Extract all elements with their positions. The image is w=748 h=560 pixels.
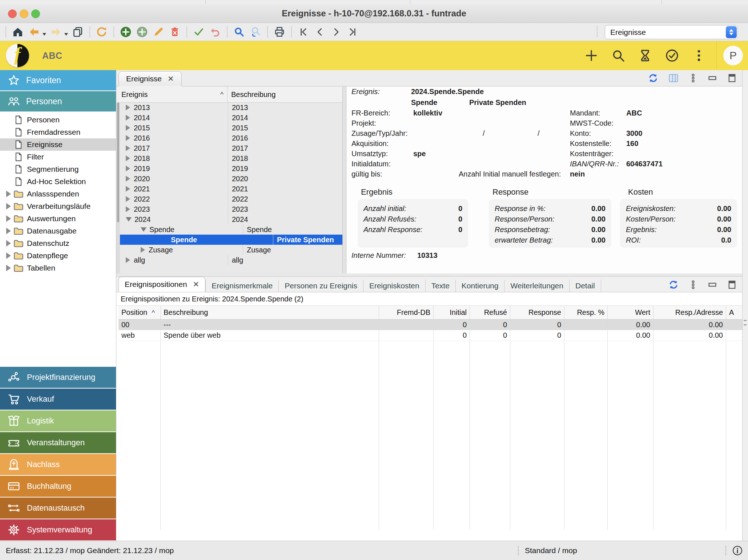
panel-menu-button[interactable] xyxy=(688,279,698,290)
tree-row[interactable]: 20142014 xyxy=(116,113,342,123)
sidebar-item-ereignisse[interactable]: Ereignisse xyxy=(0,138,116,151)
sidebar-item-tabellen[interactable]: Tabellen xyxy=(0,262,116,274)
refresh-panel-button[interactable] xyxy=(648,73,659,84)
tab-ereigniskosten[interactable]: Ereigniskosten xyxy=(363,280,426,292)
sidebar-module-projektfinanzierung[interactable]: Projektfinanzierung xyxy=(0,367,116,388)
back-button[interactable] xyxy=(28,25,41,38)
previous-record-button[interactable] xyxy=(313,25,326,38)
sidebar-section-favoriten[interactable]: Favoriten xyxy=(0,70,116,90)
refresh-panel-button[interactable] xyxy=(668,279,679,290)
user-avatar[interactable]: P xyxy=(723,46,743,65)
col-position[interactable]: Position^ xyxy=(118,306,161,319)
sidebar-item-datenschutz[interactable]: Datenschutz xyxy=(0,237,116,249)
sidebar-module-datenaustausch[interactable]: Datenaustausch xyxy=(0,498,116,519)
pending-tasks-button[interactable] xyxy=(636,46,655,65)
tab-kontierung[interactable]: Kontierung xyxy=(456,280,505,292)
sidebar-item-verarbeitungslaeufe[interactable]: Verarbeitungsläufe xyxy=(0,200,116,212)
tree-column-ereignis[interactable]: Ereignis ^ xyxy=(116,86,228,102)
tree-row-selected[interactable]: SpendePrivate Spenden xyxy=(116,235,342,245)
tree-row[interactable]: ZusageZusage xyxy=(116,245,342,255)
window-scrollbar-rail[interactable] xyxy=(742,70,748,541)
tree-scrollbar[interactable] xyxy=(116,102,120,273)
sidebar-module-buchhaltung[interactable]: Buchhaltung xyxy=(0,476,116,497)
sidebar-item-personen[interactable]: Personen xyxy=(0,114,116,126)
expand-icon[interactable] xyxy=(126,196,130,202)
sidebar-module-verkauf[interactable]: Verkauf xyxy=(0,389,116,410)
sidebar-item-anlassspenden[interactable]: Anlassspenden xyxy=(0,188,116,200)
back-history-dropdown[interactable] xyxy=(43,33,46,36)
delete-record-button[interactable] xyxy=(168,25,181,38)
tree-row[interactable]: 20202020 xyxy=(116,174,342,184)
expand-icon[interactable] xyxy=(6,240,11,247)
print-button[interactable] xyxy=(273,25,286,38)
search-button[interactable] xyxy=(233,25,246,38)
expand-icon[interactable] xyxy=(6,265,11,271)
sidebar-item-datenausgabe[interactable]: Datenausgabe xyxy=(0,225,116,237)
expand-icon[interactable] xyxy=(126,186,130,192)
minimize-panel-button[interactable] xyxy=(707,280,717,290)
tree-column-beschreibung[interactable]: Beschreibung xyxy=(228,86,342,102)
tree-row[interactable]: 20182018 xyxy=(116,153,342,163)
info-button[interactable] xyxy=(732,545,743,558)
edit-record-button[interactable] xyxy=(152,25,165,38)
tab-weiterleitungen[interactable]: Weiterleitungen xyxy=(504,280,570,292)
sidebar-module-nachlass[interactable]: Nachlass xyxy=(0,454,116,475)
expand-icon[interactable] xyxy=(126,166,130,171)
expand-icon[interactable] xyxy=(126,105,130,110)
col-response[interactable]: Response xyxy=(510,306,564,319)
maximize-panel-button[interactable] xyxy=(727,280,737,290)
table-row[interactable]: web Spende über web 0 0 0 0.00 0.00 xyxy=(118,330,742,341)
expand-icon[interactable] xyxy=(6,215,11,222)
expand-icon[interactable] xyxy=(126,206,130,212)
horizontal-splitter[interactable] xyxy=(116,273,742,277)
tree-row[interactable]: 20172017 xyxy=(116,143,342,153)
sidebar-module-veranstaltungen[interactable]: Veranstaltungen xyxy=(0,432,116,453)
tree-row[interactable]: allgallg xyxy=(116,255,342,265)
expand-icon[interactable] xyxy=(126,155,130,161)
refresh-button[interactable] xyxy=(95,25,108,38)
expand-icon[interactable] xyxy=(6,191,11,197)
forward-button[interactable] xyxy=(49,25,63,38)
forward-history-dropdown[interactable] xyxy=(64,33,68,36)
expand-icon[interactable] xyxy=(126,125,130,131)
next-record-button[interactable] xyxy=(330,25,343,38)
tree-row[interactable]: 20132013 xyxy=(116,102,342,113)
duplicate-window-button[interactable] xyxy=(71,25,84,38)
col-resp-adresse[interactable]: Resp./Adresse xyxy=(654,306,726,319)
sidebar-item-adhoc-selektion[interactable]: Ad-Hoc Selektion xyxy=(0,175,116,188)
sidebar-module-logistik[interactable]: Logistik xyxy=(0,410,116,431)
expand-icon[interactable] xyxy=(126,145,130,151)
sidebar-item-segmentierung[interactable]: Segmentierung xyxy=(0,163,116,175)
expand-icon[interactable] xyxy=(6,203,11,210)
expand-icon[interactable] xyxy=(126,115,130,121)
tree-row[interactable]: 20212021 xyxy=(116,184,342,194)
search-again-button[interactable] xyxy=(249,25,262,38)
sidebar-item-datenpflege[interactable]: Datenpflege xyxy=(0,249,116,262)
expand-icon[interactable] xyxy=(6,228,11,234)
tree-row[interactable]: 20192019 xyxy=(116,163,342,174)
expand-icon[interactable] xyxy=(126,135,130,141)
panel-menu-button[interactable] xyxy=(688,73,698,84)
more-menu-button[interactable] xyxy=(689,46,708,65)
table-row[interactable]: 00 --- 0 0 0 0.00 0.00 xyxy=(118,320,742,330)
context-select[interactable]: Ereignisse xyxy=(605,25,738,39)
home-button[interactable] xyxy=(11,25,24,38)
col-resp-pct[interactable]: Resp. % xyxy=(564,306,608,319)
tree-row[interactable]: SpendeSpende xyxy=(116,224,342,235)
tab-ereignismerkmale[interactable]: Ereignismerkmale xyxy=(205,280,279,292)
col-refuse[interactable]: Refusé xyxy=(470,306,510,319)
col-beschreibung[interactable]: Beschreibung xyxy=(161,306,379,319)
layout-columns-button[interactable] xyxy=(668,73,679,84)
new-record-button[interactable] xyxy=(119,25,132,38)
sidebar-item-auswertungen[interactable]: Auswertungen xyxy=(0,212,116,225)
maximize-panel-button[interactable] xyxy=(727,73,737,83)
tree-row[interactable]: 20232023 xyxy=(116,204,342,214)
tree-row[interactable]: 20222022 xyxy=(116,194,342,204)
expand-icon[interactable] xyxy=(126,257,130,263)
tree-row[interactable]: 20242024 xyxy=(116,214,342,224)
tab-detail[interactable]: Detail xyxy=(570,280,601,292)
expand-icon[interactable] xyxy=(141,247,145,253)
global-search-button[interactable] xyxy=(609,46,628,65)
sidebar-module-systemverwaltung[interactable]: Systemverwaltung xyxy=(0,519,116,540)
sidebar-section-personen[interactable]: Personen xyxy=(0,91,116,111)
